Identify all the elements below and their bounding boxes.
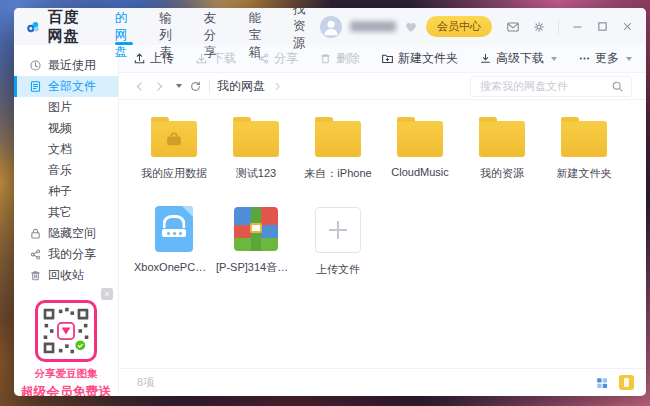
promo-banner: × <box>14 286 118 396</box>
app-window: 百度网盘 我的网盘 传输列表 好友分享 功能宝箱 找资源 会员中心 <box>14 8 646 396</box>
new-folder-icon <box>381 52 394 65</box>
file-icon <box>29 80 42 93</box>
minimize-button[interactable] <box>571 20 584 33</box>
folder-cloudmusic[interactable]: CloudMusic <box>379 116 461 192</box>
app-logo: 百度网盘 <box>26 8 84 46</box>
breadcrumb-current[interactable]: 我的网盘 <box>217 78 265 95</box>
folder-icon <box>479 121 525 157</box>
search-input[interactable] <box>478 79 605 93</box>
sidebar-item-all-files[interactable]: 全部文件 <box>14 76 118 97</box>
folder-icon <box>561 121 607 157</box>
briefcase-overlay-icon <box>151 121 197 157</box>
search-box <box>470 76 632 97</box>
sidebar-item-others[interactable]: 其它 <box>14 202 118 223</box>
promo-line1: 分享爱豆图集 <box>14 367 118 381</box>
chevron-down-icon <box>626 57 632 61</box>
folder-from-iphone[interactable]: 来自：iPhone <box>297 116 379 192</box>
maximize-button[interactable] <box>596 20 609 33</box>
history-dropdown-icon[interactable] <box>176 84 182 88</box>
folder-my-resources[interactable]: 我的资源 <box>461 116 543 192</box>
advanced-download-icon <box>479 52 492 65</box>
sidebar-item-torrents[interactable]: 种子 <box>14 181 118 202</box>
upload-file-tile[interactable]: 上传文件 <box>297 208 379 284</box>
sidebar-item-my-shares[interactable]: 我的分享 <box>14 244 118 265</box>
sidebar-nav: 最近使用 全部文件 图片 视频 文档 音乐 种子 其它 <box>14 45 118 286</box>
plus-icon <box>315 207 361 253</box>
tab-toolbox[interactable]: 功能宝箱 <box>235 8 280 45</box>
breadcrumb-expander-icon[interactable] <box>272 81 283 92</box>
sidebar-item-videos[interactable]: 视频 <box>14 118 118 139</box>
sidebar: 最近使用 全部文件 图片 视频 文档 音乐 种子 其它 <box>14 45 119 396</box>
more-button[interactable]: 更多 <box>578 50 632 67</box>
file-xbox-driver[interactable]: XboxOnePCDriv... <box>133 208 215 284</box>
file-grid: 我的应用数据 测试123 来自：iPhone CloudMusic 我的资源 <box>119 100 646 368</box>
main-tabs: 我的网盘 传输列表 好友分享 功能宝箱 找资源 <box>102 8 320 45</box>
items-count: 8项 <box>137 375 154 390</box>
main-panel: 上传 下载 分享 <box>119 45 646 396</box>
delete-button[interactable]: 删除 <box>319 50 360 67</box>
trash-icon <box>29 269 42 282</box>
delete-icon <box>319 52 332 65</box>
sidebar-item-documents[interactable]: 文档 <box>14 139 118 160</box>
qr-code[interactable] <box>35 300 97 362</box>
search-icon[interactable] <box>611 80 624 93</box>
breadcrumb-divider <box>209 80 210 93</box>
driver-file-icon <box>155 206 193 252</box>
tab-my-drive[interactable]: 我的网盘 <box>102 8 147 45</box>
message-icon[interactable] <box>506 20 520 34</box>
member-center-button[interactable]: 会员中心 <box>426 16 492 37</box>
folder-icon <box>397 121 443 157</box>
title-bar: 百度网盘 我的网盘 传输列表 好友分享 功能宝箱 找资源 会员中心 <box>14 8 646 45</box>
tab-friend-share[interactable]: 好友分享 <box>191 8 236 45</box>
user-area: 会员中心 <box>320 16 634 38</box>
tab-find-resources[interactable]: 找资源 <box>280 8 320 45</box>
settings-gear-icon[interactable] <box>532 20 546 34</box>
sidebar-item-recent[interactable]: 最近使用 <box>14 55 118 76</box>
toolbar: 上传 下载 分享 <box>119 45 646 73</box>
sidebar-item-pictures[interactable]: 图片 <box>14 97 118 118</box>
tab-transfer-list[interactable]: 传输列表 <box>146 8 191 45</box>
folder-icon <box>151 121 197 157</box>
username-blurred[interactable] <box>350 21 396 32</box>
lock-icon <box>29 227 42 240</box>
avatar[interactable] <box>320 16 342 38</box>
back-icon[interactable] <box>133 80 146 93</box>
status-bar: 8项 <box>119 368 646 396</box>
forward-icon[interactable] <box>153 80 166 93</box>
baidu-netdisk-logo-icon <box>26 16 41 38</box>
folder-icon <box>315 121 361 157</box>
clock-icon <box>29 59 42 72</box>
file-archive[interactable]: [P-SP]314音声版... <box>215 208 297 284</box>
system-buttons <box>506 20 634 34</box>
folder-app-data[interactable]: 我的应用数据 <box>133 116 215 192</box>
sidebar-item-hidden-space[interactable]: 隐藏空间 <box>14 223 118 244</box>
promo-badge-icon[interactable] <box>619 375 634 390</box>
new-folder-button[interactable]: 新建文件夹 <box>381 50 458 67</box>
close-button[interactable] <box>621 20 634 33</box>
titlebar-divider <box>558 20 559 34</box>
archive-file-icon <box>234 207 278 251</box>
share-icon <box>29 248 42 261</box>
breadcrumb-bar: 我的网盘 <box>119 73 646 100</box>
chevron-down-icon <box>551 57 557 61</box>
app-name: 百度网盘 <box>48 8 84 46</box>
vip-heart-icon[interactable] <box>404 20 418 34</box>
upload-icon <box>133 52 146 65</box>
advanced-download-button[interactable]: 高级下载 <box>479 50 557 67</box>
folder-test123[interactable]: 测试123 <box>215 116 297 192</box>
folder-new-folder[interactable]: 新建文件夹 <box>543 116 625 192</box>
grid-view-icon[interactable] <box>595 376 609 390</box>
refresh-icon[interactable] <box>189 80 202 93</box>
sidebar-item-music[interactable]: 音乐 <box>14 160 118 181</box>
folder-icon <box>233 121 279 157</box>
more-dots-icon <box>578 52 591 65</box>
promo-close-icon[interactable]: × <box>101 288 113 300</box>
sidebar-item-recycle-bin[interactable]: 回收站 <box>14 265 118 286</box>
promo-line2: 超级会员免费送 <box>14 383 118 396</box>
